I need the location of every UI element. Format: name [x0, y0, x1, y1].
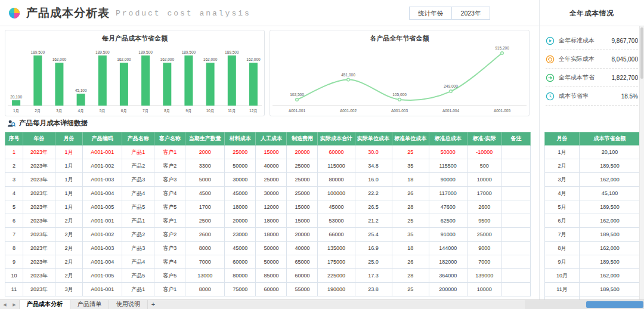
cell[interactable]: 80000 [225, 269, 256, 283]
cell[interactable]: 客户3 [154, 173, 185, 187]
cell[interactable]: 2023年 [23, 146, 55, 159]
cell[interactable]: 15000 [256, 146, 287, 159]
cell[interactable]: 28 [392, 200, 429, 214]
cell[interactable]: 2023年 [23, 214, 55, 228]
cell[interactable]: 16.0 [355, 173, 392, 187]
cell[interactable]: A001-001 [83, 146, 122, 159]
cell[interactable]: 47600 [429, 200, 467, 214]
cell[interactable]: 30000 [225, 173, 256, 187]
cell[interactable]: 1 [5, 146, 23, 159]
cell[interactable]: 1月 [55, 146, 83, 159]
cell[interactable]: 2500 [185, 214, 225, 228]
cell[interactable]: 25000 [287, 187, 318, 200]
cell[interactable]: 产品5 [122, 200, 154, 214]
cell[interactable]: 60000 [318, 146, 355, 159]
cell[interactable]: 75000 [225, 283, 256, 296]
column-header[interactable]: 产品名称 [122, 132, 154, 146]
cell[interactable]: 45,100 [580, 187, 640, 200]
cell[interactable]: 66000 [318, 228, 355, 242]
cell[interactable]: 15000 [287, 200, 318, 214]
cell[interactable]: 18000 [256, 214, 287, 228]
cell[interactable]: 客户1 [154, 214, 185, 228]
cell[interactable]: 25000 [287, 173, 318, 187]
cell[interactable]: 117000 [429, 187, 467, 200]
cell[interactable]: 产品5 [122, 269, 154, 283]
column-header[interactable]: 当期生产数量 [185, 132, 225, 146]
tab-product-cost-analysis[interactable]: 产品成本分析 [19, 300, 70, 309]
cell[interactable]: 2023年 [23, 228, 55, 242]
cell[interactable]: 18000 [256, 228, 287, 242]
cell[interactable]: 2月 [55, 214, 83, 228]
cell[interactable]: 26.5 [355, 200, 392, 214]
cell[interactable]: 产品2 [122, 159, 154, 173]
cell[interactable]: 1700 [185, 200, 225, 214]
cell[interactable]: 115500 [429, 159, 467, 173]
cell[interactable]: 50000 [256, 242, 287, 255]
cell[interactable]: 12000 [256, 200, 287, 214]
cell[interactable]: 产品1 [122, 283, 154, 296]
cell[interactable]: 客户5 [154, 269, 185, 283]
cell[interactable]: A001-004 [83, 255, 122, 269]
cell[interactable]: 90000 [429, 173, 467, 187]
cell[interactable]: 162,000 [580, 214, 640, 228]
cell[interactable]: 产品2 [122, 228, 154, 242]
cell[interactable]: 2023年 [23, 283, 55, 296]
vertical-scrollbar-thumb[interactable] [640, 27, 643, 79]
column-header[interactable]: 备注 [501, 132, 530, 146]
cell[interactable]: 20,100 [580, 146, 640, 159]
horizontal-scrollbar-thumb[interactable] [586, 301, 643, 308]
tab-product-list[interactable]: 产品清单 [70, 300, 109, 309]
cell[interactable]: 客户4 [154, 255, 185, 269]
cell[interactable]: 产品3 [122, 173, 154, 187]
cell[interactable]: 客户2 [154, 228, 185, 242]
cell[interactable] [501, 173, 530, 187]
column-header[interactable]: 实际成本合计 [318, 132, 355, 146]
cell[interactable]: 50000 [225, 159, 256, 173]
cell[interactable]: 13000 [185, 269, 225, 283]
cell[interactable]: 9月 [545, 255, 580, 269]
column-header[interactable]: 制造费用 [287, 132, 318, 146]
cell[interactable]: 客户3 [154, 242, 185, 255]
summary-item-cost-saving[interactable]: 全年成本节省 1,822,700 [546, 69, 638, 87]
cell[interactable]: 20000 [287, 228, 318, 242]
cell[interactable]: 25.0 [355, 255, 392, 269]
cell[interactable]: 9 [5, 255, 23, 269]
cell[interactable]: 85000 [256, 269, 287, 283]
column-header[interactable]: 年份 [23, 132, 55, 146]
cell[interactable]: A001-003 [83, 173, 122, 187]
cell[interactable]: 190000 [318, 283, 355, 296]
cell[interactable]: 客户1 [154, 146, 185, 159]
cell[interactable]: 60000 [256, 283, 287, 296]
cell[interactable] [501, 214, 530, 228]
cell[interactable] [501, 228, 530, 242]
cell[interactable] [501, 146, 530, 159]
cell[interactable]: 91000 [429, 228, 467, 242]
cell[interactable]: 50000 [256, 255, 287, 269]
summary-item-actual-cost[interactable]: 全年实际成本 8,045,000 [546, 50, 638, 69]
cell[interactable] [501, 200, 530, 214]
column-header[interactable]: 实际单位成本 [355, 132, 392, 146]
cell[interactable]: 18 [392, 242, 429, 255]
cell[interactable]: A001-003 [83, 242, 122, 255]
cell[interactable]: 55000 [287, 283, 318, 296]
cell[interactable]: 产品4 [122, 255, 154, 269]
cell[interactable]: 225000 [318, 269, 355, 283]
cell[interactable]: 5 [5, 200, 23, 214]
column-header[interactable]: 标准单位成本 [392, 132, 429, 146]
column-header[interactable]: 成本节省金额 [580, 132, 640, 146]
cell[interactable]: 20000 [287, 146, 318, 159]
cell[interactable]: 35 [392, 228, 429, 242]
cell[interactable]: 2600 [467, 200, 501, 214]
cell[interactable]: 1月 [55, 159, 83, 173]
cell[interactable]: 25000 [467, 228, 501, 242]
column-header[interactable]: 标准-实际 [467, 132, 501, 146]
cell[interactable]: 40000 [287, 242, 318, 255]
cell[interactable]: 5000 [185, 173, 225, 187]
cell[interactable]: 1月 [55, 173, 83, 187]
cell[interactable]: 50000 [429, 146, 467, 159]
cell[interactable]: A001-001 [83, 214, 122, 228]
cell[interactable]: -10000 [467, 146, 501, 159]
stat-year-select[interactable]: 2023年 [452, 7, 490, 20]
cell[interactable]: 3 [5, 173, 23, 187]
cell[interactable]: 28 [392, 269, 429, 283]
